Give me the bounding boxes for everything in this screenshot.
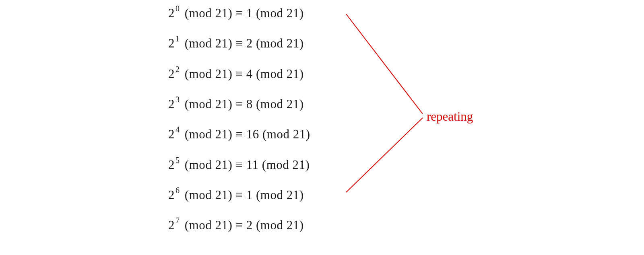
- rhs-mod: (mod 21): [256, 6, 304, 20]
- lhs-mod: (mod 21): [185, 37, 233, 51]
- equation-row-3: 23 (mod 21) ≡ 8 (mod 21): [168, 97, 530, 110]
- exponent: 5: [175, 156, 180, 165]
- lhs-mod: (mod 21): [185, 188, 233, 202]
- base: 2: [168, 67, 175, 81]
- base: 2: [168, 37, 175, 51]
- equiv-symbol: ≡: [236, 97, 243, 111]
- equiv-symbol: ≡: [236, 218, 243, 232]
- base: 2: [168, 188, 175, 202]
- lhs-mod: (mod 21): [185, 128, 233, 142]
- equation-row-1: 21 (mod 21) ≡ 2 (mod 21): [168, 36, 530, 49]
- base: 2: [168, 6, 175, 20]
- equation-row-2: 22 (mod 21) ≡ 4 (mod 21): [168, 67, 530, 80]
- exponent: 7: [175, 216, 180, 225]
- rhs-mod: (mod 21): [256, 37, 304, 51]
- rhs-value: 2: [246, 37, 253, 51]
- lhs-mod: (mod 21): [185, 97, 233, 111]
- repeating-label: repeating: [427, 109, 473, 124]
- lhs-mod: (mod 21): [185, 218, 233, 232]
- equation-row-0: 20 (mod 21) ≡ 1 (mod 21): [168, 6, 530, 19]
- rhs-mod: (mod 21): [262, 158, 310, 172]
- rhs-value: 11: [246, 158, 259, 172]
- rhs-mod: (mod 21): [256, 67, 304, 81]
- base: 2: [168, 97, 175, 111]
- rhs-mod: (mod 21): [256, 218, 304, 232]
- base: 2: [168, 218, 175, 232]
- exponent: 2: [175, 65, 180, 74]
- lhs-mod: (mod 21): [185, 158, 233, 172]
- exponent: 6: [175, 186, 180, 195]
- equiv-symbol: ≡: [236, 128, 243, 142]
- equation-row-6: 26 (mod 21) ≡ 1 (mod 21): [168, 188, 530, 201]
- rhs-value: 8: [246, 97, 253, 111]
- equation-list: 20 (mod 21) ≡ 1 (mod 21) 21 (mod 21) ≡ 2…: [168, 6, 530, 232]
- rhs-value: 16: [246, 128, 259, 142]
- equation-row-7: 27 (mod 21) ≡ 2 (mod 21): [168, 218, 530, 231]
- lhs-mod: (mod 21): [185, 6, 233, 20]
- exponent: 4: [175, 125, 180, 134]
- equation-row-5: 25 (mod 21) ≡ 11 (mod 21): [168, 158, 530, 171]
- rhs-value: 1: [246, 188, 253, 202]
- equiv-symbol: ≡: [236, 67, 243, 81]
- equation-container: 20 (mod 21) ≡ 1 (mod 21) 21 (mod 21) ≡ 2…: [168, 6, 530, 232]
- equation-row-4: 24 (mod 21) ≡ 16 (mod 21): [168, 127, 530, 140]
- exponent: 0: [175, 4, 180, 13]
- equiv-symbol: ≡: [236, 6, 243, 20]
- equiv-symbol: ≡: [236, 158, 243, 172]
- rhs-value: 4: [246, 67, 253, 81]
- equiv-symbol: ≡: [236, 188, 243, 202]
- rhs-mod: (mod 21): [256, 188, 304, 202]
- rhs-value: 1: [246, 6, 253, 20]
- rhs-value: 2: [246, 218, 253, 232]
- exponent: 1: [175, 34, 180, 43]
- equiv-symbol: ≡: [236, 37, 243, 51]
- base: 2: [168, 128, 175, 142]
- base: 2: [168, 158, 175, 172]
- rhs-mod: (mod 21): [256, 97, 304, 111]
- exponent: 3: [175, 95, 180, 104]
- lhs-mod: (mod 21): [185, 67, 233, 81]
- rhs-mod: (mod 21): [262, 128, 310, 142]
